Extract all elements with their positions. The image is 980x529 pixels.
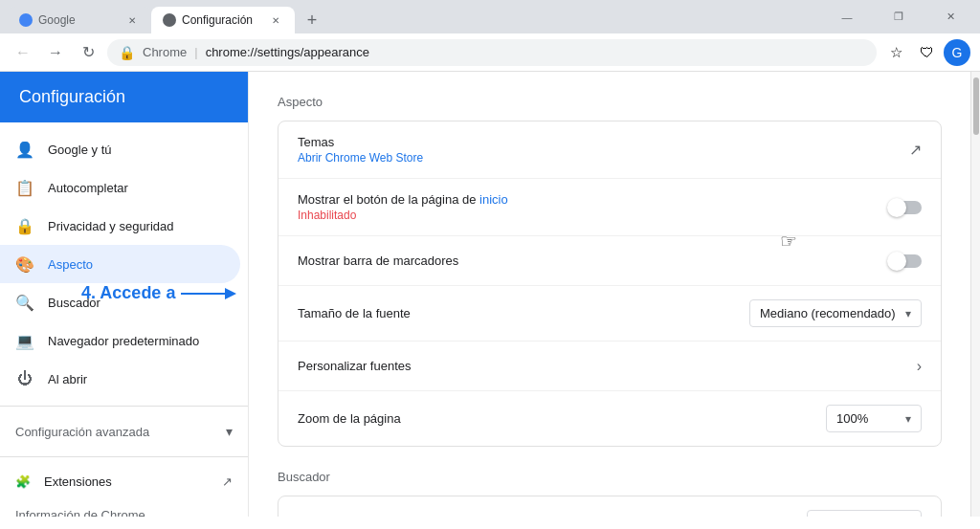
google-tu-icon: 👤 [15, 140, 34, 159]
sidebar-item-google-tu[interactable]: 👤 Google y tú [0, 130, 240, 168]
tamano-fuente-main-label: Tamaño de la fuente [298, 306, 749, 320]
lock-icon: 🔒 [119, 45, 135, 60]
temas-external-icon[interactable]: ↗ [909, 141, 922, 159]
tab-settings[interactable]: Configuración ✕ [151, 7, 295, 33]
tamano-fuente-arrow: ▾ [905, 307, 911, 320]
tamano-fuente-row: Tamaño de la fuente Mediano (recomendado… [278, 286, 941, 342]
zoom-pagina-dropdown[interactable]: 100% ▾ [826, 405, 922, 432]
address-bar[interactable]: 🔒 Chrome | chrome://settings/appearance [107, 39, 877, 66]
pagina-inicio-main-label: Mostrar el botón de la página de inicio [298, 192, 889, 207]
barra-marcadores-main-label: Mostrar barra de marcadores [298, 253, 889, 268]
sidebar-item-aspecto[interactable]: 🎨 Aspecto [0, 245, 240, 283]
minimize-button[interactable]: — [825, 3, 869, 32]
sidebar-item-autocompletar[interactable]: 📋 Autocompletar [0, 168, 240, 207]
scrollbar-thumb[interactable] [973, 77, 979, 135]
zoom-pagina-arrow: ▾ [905, 412, 911, 426]
barra-marcadores-toggle[interactable] [889, 254, 922, 268]
sidebar-label-buscador: Buscador [48, 296, 100, 310]
al-abrir-icon: ⏻ [15, 369, 34, 388]
barra-marcadores-row: Mostrar barra de marcadores [278, 236, 941, 286]
extensions-icon: 🧩 [15, 474, 31, 489]
buscador-section-title: Buscador [278, 470, 942, 484]
pagina-inicio-row: Mostrar el botón de la página de inicio … [278, 179, 941, 236]
buscador-card: Buscador utilizado en la barra de direcc… [278, 496, 942, 517]
avatar-button[interactable]: G [944, 39, 970, 66]
extensions-label: Extensiones [44, 474, 112, 489]
zoom-pagina-main-label: Zoom de la página [298, 411, 826, 426]
sidebar-title: Configuración [19, 87, 125, 106]
title-bar: Google ✕ Configuración ✕ + — ❐ ✕ [0, 0, 980, 33]
sidebar-item-al-abrir[interactable]: ⏻ Al abrir [0, 360, 240, 398]
bookmark-icon[interactable]: ☆ [882, 39, 909, 66]
back-button[interactable]: ← [10, 39, 36, 66]
tab-favicon-settings [163, 13, 176, 27]
temas-label-area: Temas Abrir Chrome Web Store [298, 135, 909, 165]
buscador-dropdown[interactable]: Google ▾ [807, 510, 922, 517]
pagina-inicio-label-area: Mostrar el botón de la página de inicio … [298, 192, 889, 222]
aspecto-icon: 🎨 [15, 254, 34, 274]
reload-button[interactable]: ↻ [75, 39, 101, 66]
sidebar-item-buscador[interactable]: 🔍 Buscador [0, 283, 240, 321]
personalizar-fuentes-row[interactable]: Personalizar fuentes › [278, 342, 941, 391]
zoom-pagina-label-area: Zoom de la página [298, 411, 826, 426]
shield-icon[interactable]: 🛡 [913, 39, 940, 66]
pagina-inicio-toggle[interactable] [889, 201, 922, 214]
tab-close-settings[interactable]: ✕ [268, 12, 283, 28]
aspecto-section-title: Aspecto [278, 95, 942, 109]
extensions-external-icon: ↗ [222, 474, 233, 489]
sidebar-label-navegador: Navegador predeterminado [48, 334, 199, 348]
tab-label-settings: Configuración [182, 13, 253, 27]
navegador-icon: 💻 [15, 331, 34, 350]
autocompletar-icon: 📋 [15, 178, 34, 197]
sidebar-label-autocompletar: Autocompletar [48, 181, 128, 195]
tabs-area: Google ✕ Configuración ✕ + [8, 0, 325, 33]
restore-button[interactable]: ❐ [877, 3, 921, 32]
address-text: Chrome | chrome://settings/appearance [143, 45, 369, 59]
sidebar-label-privacidad: Privacidad y seguridad [48, 219, 174, 233]
main-content: ☞ Aspecto Temas Abrir Chrome Web Store ↗ [249, 72, 970, 517]
scrollbar[interactable] [970, 72, 980, 517]
address-url: chrome://settings/appearance [206, 45, 369, 59]
browser-window: Google ✕ Configuración ✕ + — ❐ ✕ ← → ↻ 🔒 [0, 0, 980, 517]
nav-bar: ← → ↻ 🔒 Chrome | chrome://settings/appea… [0, 33, 980, 72]
page: Configuración 4. Accede a 👤 Google y tú [0, 72, 980, 517]
temas-main-label: Temas [298, 135, 909, 149]
forward-button[interactable]: → [42, 39, 69, 66]
inicio-link[interactable]: inicio [479, 192, 508, 207]
sidebar: Configuración 4. Accede a 👤 Google y tú [0, 72, 249, 517]
sidebar-divider-2 [0, 456, 248, 457]
sidebar-item-navegador[interactable]: 💻 Navegador predeterminado [0, 321, 240, 360]
personalizar-fuentes-main-label: Personalizar fuentes [298, 359, 917, 373]
sidebar-item-privacidad[interactable]: 🔒 Privacidad y seguridad [0, 207, 240, 245]
sidebar-label-aspecto: Aspecto [48, 257, 93, 272]
sidebar-advanced-section[interactable]: Configuración avanzada ▾ [0, 414, 248, 449]
temas-sub-label: Abrir Chrome Web Store [298, 151, 909, 165]
address-separator: | [194, 45, 197, 59]
sidebar-extensions[interactable]: 🧩 Extensiones ↗ [0, 465, 248, 498]
tab-google[interactable]: Google ✕ [8, 7, 151, 33]
info-label: Información de Chrome [15, 508, 145, 517]
sidebar-content: 4. Accede a 👤 Google y tú 📋 Autocompleta… [0, 130, 248, 517]
tab-label-google: Google [38, 13, 76, 27]
privacidad-icon: 🔒 [15, 216, 34, 235]
temas-row[interactable]: Temas Abrir Chrome Web Store ↗ [278, 121, 941, 179]
sidebar-label-al-abrir: Al abrir [48, 372, 87, 386]
tamano-fuente-value: Mediano (recomendado) [760, 306, 896, 320]
advanced-label: Configuración avanzada [15, 425, 149, 439]
chrome-label: Chrome [143, 45, 187, 59]
new-tab-button[interactable]: + [299, 7, 325, 33]
close-button[interactable]: ✕ [928, 3, 972, 32]
buscador-icon: 🔍 [15, 293, 34, 312]
tamano-fuente-dropdown[interactable]: Mediano (recomendado) ▾ [749, 299, 922, 327]
personalizar-fuentes-label-area: Personalizar fuentes [298, 359, 917, 373]
tab-favicon-google [19, 13, 33, 27]
pagina-inicio-sub-label: Inhabilitado [298, 209, 889, 222]
sidebar-divider [0, 406, 248, 407]
aspecto-card: Temas Abrir Chrome Web Store ↗ Mostrar e… [278, 121, 942, 447]
tamano-fuente-label-area: Tamaño de la fuente [298, 306, 749, 320]
tab-close-google[interactable]: ✕ [124, 12, 140, 28]
sidebar-header: Configuración [0, 72, 248, 122]
personalizar-fuentes-chevron: › [917, 358, 922, 375]
nav-right: ☆ 🛡 G [882, 39, 970, 66]
sidebar-info[interactable]: Información de Chrome [0, 498, 248, 517]
